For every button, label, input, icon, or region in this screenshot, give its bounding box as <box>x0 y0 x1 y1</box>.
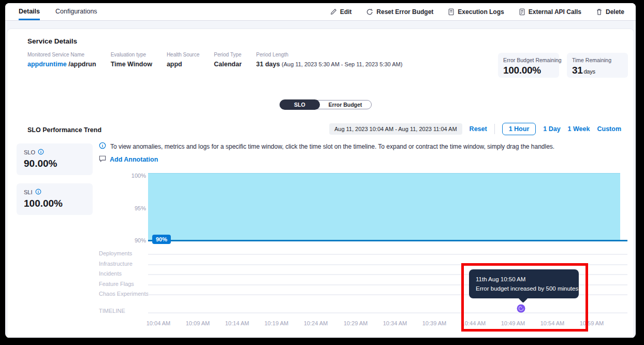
edit-button[interactable]: Edit <box>330 8 352 16</box>
add-annotation-button[interactable]: Add Annotation <box>99 155 158 164</box>
ytick-90: 90% <box>117 237 146 243</box>
track-label-infrastructure: Infrastructure <box>99 261 133 267</box>
field-period-type: Period Type Calendar <box>214 52 242 68</box>
field-health-source: Health Source appd <box>167 52 199 68</box>
delete-button[interactable]: Delete <box>596 8 624 16</box>
slo-errorbudget-toggle: SLO Error Budget <box>280 100 372 109</box>
details-panel: Service Details Monitored Service Name a… <box>7 28 634 338</box>
annotation-tooltip: 11th Aug 10:50 AM Error budget increased… <box>469 269 579 298</box>
reset-error-budget-button[interactable]: Reset Error Budget <box>366 8 433 16</box>
track-label-incidents: Incidents <box>99 270 122 277</box>
slo-info-icon[interactable] <box>38 149 44 156</box>
xtick: 10:29 AM <box>339 320 372 326</box>
ytick-95: 95% <box>117 205 146 211</box>
tooltip-text: Error budget increased by 500 minutes <box>476 284 572 293</box>
timeline-line[interactable] <box>148 312 627 313</box>
time-remaining-card: Time Remaining 31days <box>567 53 628 78</box>
pencil-icon <box>330 8 337 15</box>
tab-configurations[interactable]: Configurations <box>55 3 97 20</box>
field-monitored-service-name: Monitored Service Name appdruntime /appd… <box>27 52 96 68</box>
tooltip-caret <box>518 293 528 303</box>
monitored-service-link[interactable]: appdruntime <box>27 61 67 68</box>
date-range-chip[interactable]: Aug 11, 2023 10:04 AM - Aug 11, 2023 11:… <box>329 123 462 135</box>
ytick-100: 100% <box>117 172 146 179</box>
xtick: 10:54 AM <box>536 320 569 326</box>
service-details-title: Service Details <box>27 37 77 45</box>
external-api-calls-button[interactable]: External API Calls <box>519 8 581 16</box>
range-1-week-button[interactable]: 1 Week <box>568 125 590 133</box>
range-custom-button[interactable]: Custom <box>597 125 621 133</box>
annotation-bubble-icon <box>99 155 106 164</box>
sli-area-series[interactable] <box>148 173 620 240</box>
api-document-icon <box>519 8 525 16</box>
reset-link[interactable]: Reset <box>470 125 487 133</box>
trend-controls: Aug 11, 2023 10:04 AM - Aug 11, 2023 11:… <box>329 123 621 135</box>
toggle-slo[interactable]: SLO <box>280 99 320 110</box>
timeline-hint: To view anomalies, metrics and logs for … <box>99 142 554 151</box>
slo-target-badge: 90% <box>152 235 171 244</box>
slo-card: SLO 90.00% <box>17 143 93 175</box>
sli-card: SLI 100.00% <box>17 183 93 215</box>
xtick: 10:34 AM <box>378 320 412 326</box>
top-tab-bar: Details Configurations Edit Reset Error … <box>5 3 636 21</box>
reset-icon <box>366 8 373 16</box>
xtick: 10:19 AM <box>260 320 293 326</box>
track-line <box>148 254 627 255</box>
field-evaluation-type: Evaluation type Time Window <box>111 52 152 68</box>
service-details-fields: Monitored Service Name appdruntime /appd… <box>27 52 402 68</box>
app-window: Details Configurations Edit Reset Error … <box>5 3 636 338</box>
xtick: 10:39 AM <box>418 320 451 326</box>
xtick: 10:59 AM <box>575 320 608 326</box>
slo-target-line <box>148 240 627 241</box>
range-1-hour-button[interactable]: 1 Hour <box>502 123 536 135</box>
tabs: Details Configurations <box>5 3 97 20</box>
xtick: 10:49 AM <box>496 320 530 326</box>
tab-details[interactable]: Details <box>19 3 40 20</box>
tooltip-time: 11th Aug 10:50 AM <box>476 275 572 284</box>
xtick: 10:09 AM <box>181 320 214 326</box>
track-line <box>148 264 627 265</box>
document-icon <box>448 8 455 16</box>
xtick: 10:04 AM <box>142 320 175 326</box>
toggle-error-budget[interactable]: Error Budget <box>319 100 372 109</box>
timeline-label: TIMELINE <box>99 308 125 314</box>
error-budget-remaining-card: Error Budget Remaining 100.00% <box>498 53 559 78</box>
info-icon <box>99 142 106 151</box>
track-label-feature-flags: Feature Flags <box>99 281 134 287</box>
sli-info-icon[interactable] <box>35 189 41 196</box>
range-1-day-button[interactable]: 1 Day <box>543 125 560 133</box>
annotation-marker-icon[interactable] <box>517 304 525 313</box>
xtick: 10:14 AM <box>221 320 254 326</box>
track-label-chaos-experiments: Chaos Experiments <box>99 291 149 297</box>
xtick: 10:44 AM <box>457 320 490 326</box>
divider <box>494 124 495 134</box>
execution-logs-button[interactable]: Execution Logs <box>448 8 504 16</box>
track-label-deployments: Deployments <box>99 250 132 256</box>
xtick: 10:24 AM <box>299 320 332 326</box>
trash-icon <box>596 8 603 16</box>
trend-title: SLO Performance Trend <box>27 126 101 134</box>
toolbar: Edit Reset Error Budget Execution Logs E… <box>330 3 636 20</box>
field-period-length: Period Length 31 days (Aug 11, 2023 5:30… <box>256 52 403 68</box>
